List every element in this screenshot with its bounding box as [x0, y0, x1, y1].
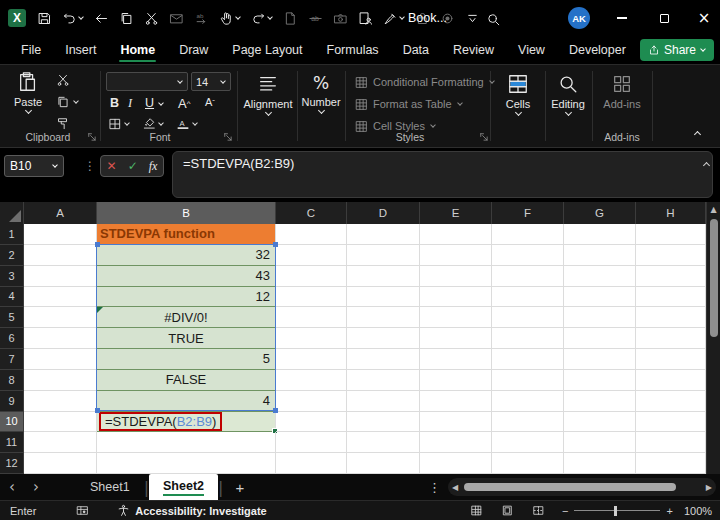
- cell-E9[interactable]: [420, 391, 492, 412]
- cell-B9[interactable]: 4: [97, 391, 276, 412]
- cell-E1[interactable]: [420, 224, 492, 245]
- cell-A9[interactable]: [24, 391, 97, 412]
- record-macro-icon[interactable]: [76, 504, 89, 517]
- cell-C9[interactable]: [276, 391, 347, 412]
- row-header-7[interactable]: 7: [0, 349, 24, 370]
- row-header-12[interactable]: 12: [0, 453, 24, 474]
- cell-G6[interactable]: [564, 328, 636, 349]
- accessibility-status[interactable]: Accessibility: Investigate: [117, 504, 266, 517]
- cell-B2[interactable]: 32: [97, 245, 276, 266]
- cell-E12[interactable]: [420, 453, 492, 474]
- cell-B4[interactable]: 12: [97, 287, 276, 308]
- cells-button[interactable]: Cells: [497, 73, 539, 117]
- shrink-font-button[interactable]: Aˇ: [205, 96, 215, 108]
- close-button[interactable]: ×: [684, 0, 720, 36]
- cell-A10[interactable]: [24, 412, 97, 433]
- cell-H1[interactable]: [636, 224, 706, 245]
- column-header-A[interactable]: A: [24, 202, 97, 224]
- cell-A8[interactable]: [24, 370, 97, 391]
- cell-G2[interactable]: [564, 245, 636, 266]
- grow-font-button[interactable]: A^: [178, 96, 190, 111]
- scroll-up-icon[interactable]: ▲: [707, 202, 720, 218]
- cell-G7[interactable]: [564, 349, 636, 370]
- column-header-H[interactable]: H: [636, 202, 706, 224]
- insert-function-button[interactable]: fx: [149, 159, 158, 174]
- cell-C5[interactable]: [276, 307, 347, 328]
- cell-A7[interactable]: [24, 349, 97, 370]
- zoom-out-button[interactable]: −: [562, 505, 568, 517]
- zoom-level[interactable]: 100%: [684, 505, 712, 517]
- cell-E10[interactable]: [420, 412, 492, 433]
- next-sheet-button[interactable]: ›: [24, 478, 48, 496]
- cell-E11[interactable]: [420, 432, 492, 453]
- menu-tab-home[interactable]: Home: [109, 39, 166, 61]
- cell-B5[interactable]: #DIV/0!: [97, 307, 276, 328]
- styles-item-format-as-table[interactable]: Format as Table: [355, 94, 495, 114]
- menu-tab-developer[interactable]: Developer: [558, 39, 637, 61]
- new-file-button[interactable]: [280, 8, 301, 29]
- row-header-2[interactable]: 2: [0, 245, 24, 266]
- ink-button[interactable]: [380, 8, 408, 29]
- row-header-1[interactable]: 1: [0, 224, 24, 245]
- workbook-title[interactable]: Book...: [408, 0, 447, 36]
- new-sheet-button[interactable]: +: [223, 479, 256, 496]
- cell-A5[interactable]: [24, 307, 97, 328]
- cell-D4[interactable]: [347, 287, 420, 308]
- cell-F8[interactable]: [492, 370, 564, 391]
- copy-button[interactable]: [116, 8, 137, 29]
- scroll-left-icon[interactable]: ◀: [448, 483, 462, 492]
- menu-tab-data[interactable]: Data: [392, 39, 440, 61]
- number-button[interactable]: % Number: [299, 73, 343, 115]
- cell-B6[interactable]: TRUE: [97, 328, 276, 349]
- cell-F12[interactable]: [492, 453, 564, 474]
- paste-button[interactable]: Paste: [14, 71, 42, 115]
- prev-sheet-button[interactable]: ‹: [0, 478, 24, 496]
- cell-A12[interactable]: [24, 453, 97, 474]
- cell-A1[interactable]: [24, 224, 97, 245]
- font-name-combo[interactable]: [106, 72, 188, 91]
- cell-D3[interactable]: [347, 266, 420, 287]
- sheet-tab-sheet2[interactable]: Sheet2: [149, 474, 218, 500]
- cell-G11[interactable]: [564, 432, 636, 453]
- row-header-3[interactable]: 3: [0, 266, 24, 287]
- cell-E6[interactable]: [420, 328, 492, 349]
- cell-A3[interactable]: [24, 266, 97, 287]
- row-header-9[interactable]: 9: [0, 391, 24, 412]
- cell-G9[interactable]: [564, 391, 636, 412]
- cell-F3[interactable]: [492, 266, 564, 287]
- cell-D1[interactable]: [347, 224, 420, 245]
- customize-qat-button[interactable]: [462, 8, 483, 29]
- cell-E4[interactable]: [420, 287, 492, 308]
- cell-C3[interactable]: [276, 266, 347, 287]
- zoom-slider[interactable]: [574, 510, 660, 512]
- redo-button[interactable]: [248, 8, 276, 29]
- cell-E7[interactable]: [420, 349, 492, 370]
- share-button[interactable]: Share: [640, 39, 714, 61]
- row-header-6[interactable]: 6: [0, 328, 24, 349]
- cell-B10[interactable]: =STDEVPA(B2:B9): [97, 412, 276, 433]
- cell-H4[interactable]: [636, 287, 706, 308]
- zoom-in-button[interactable]: +: [666, 505, 672, 517]
- row-header-10[interactable]: 10: [0, 412, 24, 433]
- font-dialog-launcher-icon[interactable]: [222, 131, 233, 142]
- cell-F1[interactable]: [492, 224, 564, 245]
- cell-F2[interactable]: [492, 245, 564, 266]
- cell-H11[interactable]: [636, 432, 706, 453]
- cell-C2[interactable]: [276, 245, 347, 266]
- collapse-ribbon-button[interactable]: [694, 128, 701, 141]
- menu-tab-page-layout[interactable]: Page Layout: [221, 39, 313, 61]
- name-box[interactable]: B10: [4, 155, 64, 177]
- row-header-11[interactable]: 11: [0, 432, 24, 453]
- cell-C6[interactable]: [276, 328, 347, 349]
- font-color-button[interactable]: [176, 117, 198, 131]
- cell-H3[interactable]: [636, 266, 706, 287]
- strikethrough-button[interactable]: [305, 8, 326, 29]
- styles-dialog-launcher-icon[interactable]: [478, 131, 489, 142]
- format-painter-button[interactable]: [56, 117, 70, 131]
- column-header-E[interactable]: E: [420, 202, 492, 224]
- row-header-4[interactable]: 4: [0, 287, 24, 308]
- sheet-tab-sheet1[interactable]: Sheet1: [76, 474, 144, 500]
- menu-tab-draw[interactable]: Draw: [168, 39, 219, 61]
- cell-B1[interactable]: STDEVPA function: [97, 224, 276, 245]
- alignment-button[interactable]: Alignment: [241, 73, 295, 117]
